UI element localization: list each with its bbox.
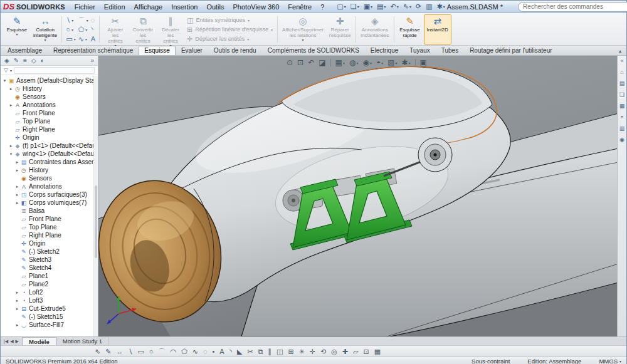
graphics-viewport[interactable]: ⊙⊡↶◪▦▾◍▾◉▾◓▾▨▾✱▾▣ bbox=[98, 56, 618, 336]
dropdown-caret-icon[interactable]: ▾ bbox=[302, 38, 304, 43]
select-button[interactable]: ⇖▾ bbox=[401, 1, 413, 13]
dropdown-caret-icon[interactable]: ▾ bbox=[71, 28, 73, 32]
model-tab-motion-study-1[interactable]: Motion Study 1 bbox=[56, 337, 109, 345]
tree-item[interactable]: ▱Top Plane bbox=[1, 117, 93, 125]
file-explorer-icon[interactable]: ❏ bbox=[619, 91, 624, 98]
view-settings-button[interactable]: ✱▾ bbox=[402, 58, 411, 67]
tab-assemblage[interactable]: Assemblage bbox=[2, 46, 48, 55]
pin-ribbon-icon[interactable]: ▴ bbox=[619, 48, 621, 54]
tree-item[interactable]: ◉Sensors bbox=[1, 93, 93, 101]
menu-insertion[interactable]: Insertion bbox=[167, 2, 202, 12]
tree-item[interactable]: ✎(-) Sketch15 bbox=[1, 313, 93, 321]
repair-sketch-button[interactable]: ✚ Réparer l'esquisse bbox=[326, 14, 354, 44]
menu-outils[interactable]: Outils bbox=[202, 2, 228, 12]
view-orientation-button[interactable]: ▦▾ bbox=[335, 58, 345, 67]
tab-repr-sentation-sch-matique[interactable]: Représentation schématique bbox=[48, 46, 139, 55]
instant2d-button[interactable]: ⇄ Instant2D bbox=[424, 14, 451, 44]
tree-item[interactable]: ✎(-) Sketch2 bbox=[1, 247, 93, 256]
featuremanager-filter[interactable]: ▽ ▾ bbox=[1, 66, 98, 75]
tree-item[interactable]: ▾▣Assem (Default<Display State-1>) bbox=[1, 76, 93, 85]
ellipse-tool[interactable]: ◌ bbox=[203, 346, 208, 357]
dropdown-caret-icon[interactable]: ▾ bbox=[71, 18, 73, 23]
displaymanager-tab[interactable]: ◐ bbox=[41, 57, 45, 64]
convert-entities-tool[interactable]: ⧉ bbox=[258, 346, 263, 357]
tree-item[interactable]: ▸◡Surface-Fill7 bbox=[1, 321, 93, 329]
mirror-entities-button[interactable]: ◫Entités symétriques▾ bbox=[187, 16, 273, 24]
move-entities-tool[interactable]: ✛ bbox=[310, 346, 315, 357]
rotate-entities-tool[interactable]: ⟲ bbox=[320, 346, 326, 357]
offset-entities-button[interactable]: ∥ Décaler les entités ▾ bbox=[157, 14, 184, 44]
menu-photoview-360[interactable]: PhotoView 360 bbox=[229, 2, 284, 12]
tree-item[interactable]: ✎Sketch4 bbox=[1, 264, 93, 272]
sketch-tool[interactable]: ✎ bbox=[105, 346, 111, 357]
expand-arrow-icon[interactable]: ▸ bbox=[8, 103, 14, 108]
tree-item[interactable]: ▱Front Plane bbox=[1, 109, 93, 117]
circle-tool[interactable]: ○ bbox=[149, 346, 154, 357]
tab-outils-de-rendu[interactable]: Outils de rendu bbox=[208, 46, 262, 55]
expand-arrow-icon[interactable]: ▾ bbox=[8, 152, 14, 157]
design-library-icon[interactable]: ▤ bbox=[619, 80, 625, 86]
tree-item[interactable]: ▱Right Plane bbox=[1, 231, 93, 239]
rebuild-button[interactable]: ⟳ bbox=[414, 1, 423, 13]
rapid-sketch-button[interactable]: ✎ Esquisse rapide bbox=[396, 14, 424, 44]
expand-arrow-icon[interactable]: ▸ bbox=[14, 290, 20, 295]
linear-pattern-tool[interactable]: ⊞ bbox=[288, 346, 293, 357]
expand-arrow-icon[interactable]: ▸ bbox=[14, 306, 20, 311]
trim-entities-button[interactable]: ✂ Ajuster les entités ▾ bbox=[102, 14, 129, 44]
panel-chevron-icon[interactable]: » bbox=[90, 57, 94, 64]
display-relations-tool[interactable]: ◎ bbox=[331, 346, 337, 357]
select-tool[interactable]: ⇖ bbox=[95, 346, 100, 357]
convert-entities-button[interactable]: ⧉ Convertir les entités bbox=[129, 14, 157, 44]
viewport-canvas[interactable] bbox=[98, 56, 618, 336]
quick-snaps-tool[interactable]: ⊡ bbox=[364, 346, 369, 357]
tree-item[interactable]: ▸AAnnotations bbox=[1, 101, 93, 109]
tree-item[interactable]: ▸◧Corps volumiques(7) bbox=[1, 199, 93, 207]
dropdown-caret-icon[interactable]: ▾ bbox=[396, 61, 398, 65]
dropdown-caret-icon[interactable]: ▾ bbox=[409, 61, 411, 65]
chamfer-tool[interactable]: ◣ bbox=[237, 346, 242, 357]
tab-compl-ments-de-solidworks[interactable]: Compléments de SOLIDWORKS bbox=[262, 46, 365, 55]
print-button[interactable]: ▤▾ bbox=[375, 1, 387, 13]
configurationmanager-tab[interactable]: ≡ bbox=[23, 57, 27, 64]
tree-item[interactable]: ▱Front Plane bbox=[1, 215, 93, 223]
units-caret-icon[interactable]: ▾ bbox=[619, 359, 621, 363]
circular-pattern-tool[interactable]: ✳ bbox=[299, 346, 305, 357]
dropdown-caret-icon[interactable]: ▾ bbox=[343, 61, 345, 65]
tree-item[interactable]: ▸▤Contraintes dans Assem bbox=[1, 158, 93, 166]
dropdown-caret-icon[interactable]: ▾ bbox=[409, 4, 411, 9]
dropdown-caret-icon[interactable]: ▾ bbox=[344, 4, 346, 9]
tree-item[interactable]: ✛Origin bbox=[1, 133, 93, 142]
propertymanager-tab[interactable]: ✎ bbox=[14, 57, 19, 64]
polygon-tool[interactable]: ⬠▾ bbox=[78, 25, 88, 34]
text-tool[interactable]: A bbox=[91, 34, 95, 44]
instant-annotations-button[interactable]: ◈ Annotations instantanées bbox=[358, 14, 391, 44]
section-view-button[interactable]: ◪ bbox=[319, 58, 325, 67]
tab-routage-d-fini-par-l-utilisateur[interactable]: Routage défini par l'utilisateur bbox=[464, 46, 557, 55]
undo-button[interactable]: ↶▾ bbox=[389, 1, 401, 13]
linear-sketch-pattern-button[interactable]: ⊞Répétition linéaire d'esquisse▾ bbox=[187, 25, 273, 34]
expand-arrow-icon[interactable]: ▸ bbox=[14, 200, 20, 205]
trim-tool[interactable]: ✂ bbox=[247, 346, 253, 357]
tree-item[interactable]: ▸◷History bbox=[1, 85, 93, 93]
expand-arrow-icon[interactable]: ▾ bbox=[2, 78, 8, 83]
model-tab-mod-le[interactable]: Modèle bbox=[22, 337, 56, 345]
hide-show-items-button[interactable]: ◉▾ bbox=[362, 58, 372, 67]
tree-item[interactable]: ▸◷History bbox=[1, 166, 93, 174]
menu-edition[interactable]: Edition bbox=[100, 2, 130, 12]
filter-input[interactable] bbox=[14, 67, 95, 74]
options-button[interactable]: ✱▾ bbox=[435, 1, 447, 13]
forum-icon[interactable]: ◉ bbox=[619, 137, 624, 143]
prev-tab-button[interactable]: ◀ bbox=[10, 339, 13, 344]
arc-tool[interactable]: ⌒▾ bbox=[78, 16, 88, 25]
propeller-spinner[interactable] bbox=[418, 138, 452, 172]
command-search[interactable]: ▾ bbox=[518, 2, 627, 12]
expand-arrow-icon[interactable]: ▸ bbox=[14, 168, 20, 173]
circle-tool[interactable]: ○▾ bbox=[66, 25, 75, 34]
collapse-taskpane-button[interactable]: « bbox=[620, 58, 623, 64]
search-input[interactable] bbox=[523, 3, 625, 10]
menu-fichier[interactable]: Fichier bbox=[70, 2, 100, 12]
tree-item[interactable]: ◉Sensors bbox=[1, 174, 93, 182]
reference-plane-tool[interactable]: ▱ bbox=[353, 346, 358, 357]
tree-item[interactable]: ▸AAnnotations bbox=[1, 182, 93, 190]
tree-item[interactable]: ▸◔Loft3 bbox=[1, 296, 93, 304]
